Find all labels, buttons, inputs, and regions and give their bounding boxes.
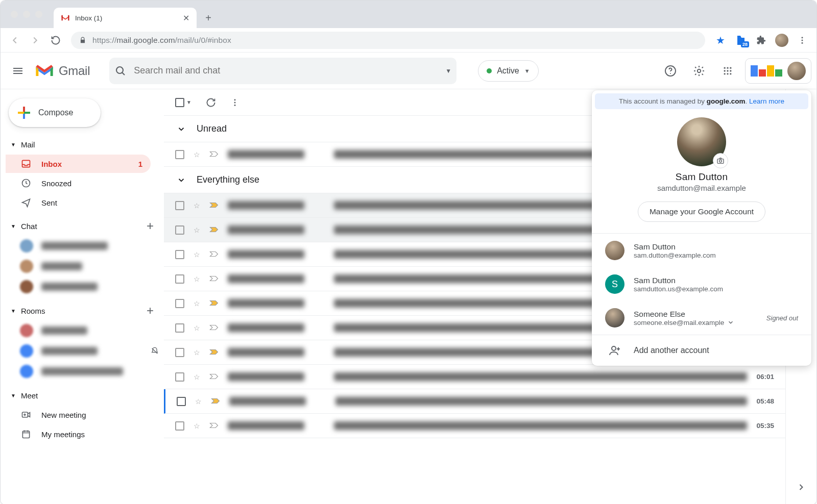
more-button[interactable]	[230, 98, 239, 107]
section-rooms[interactable]: ▼Rooms+	[6, 301, 159, 320]
gmail-logo[interactable]: Gmail	[34, 63, 90, 79]
nav-inbox[interactable]: Inbox 1	[6, 155, 151, 173]
browser-tab[interactable]: Inbox (1) ✕	[54, 8, 197, 28]
row-checkbox[interactable]	[175, 348, 184, 357]
traffic-light-close[interactable]	[11, 11, 18, 18]
add-room-button[interactable]: +	[147, 304, 154, 318]
mail-row[interactable]: ☆05:48	[164, 389, 785, 414]
row-checkbox[interactable]	[175, 150, 184, 159]
apps-grid-button[interactable]	[716, 60, 739, 82]
nav-snoozed[interactable]: Snoozed	[6, 174, 151, 192]
star-button[interactable]: ☆	[194, 275, 200, 283]
importance-marker[interactable]	[209, 324, 219, 332]
bookmark-star-button[interactable]: ★	[711, 31, 730, 49]
row-checkbox[interactable]	[175, 274, 184, 284]
star-button[interactable]: ☆	[194, 150, 200, 159]
star-button[interactable]: ☆	[194, 324, 200, 332]
star-button[interactable]: ☆	[194, 299, 200, 308]
nav-back-button[interactable]	[6, 31, 24, 49]
nav-my-meetings[interactable]: My meetings	[6, 425, 151, 443]
row-checkbox[interactable]	[175, 225, 184, 235]
importance-marker[interactable]	[209, 275, 219, 283]
row-checkbox[interactable]	[175, 299, 184, 308]
search-input[interactable]	[134, 65, 438, 76]
learn-more-link[interactable]: Learn more	[749, 97, 784, 105]
extensions-puzzle-button[interactable]	[752, 31, 771, 49]
nav-sent[interactable]: Sent	[6, 193, 151, 212]
importance-marker[interactable]	[209, 226, 219, 234]
chat-item[interactable]	[6, 277, 159, 296]
side-panel-toggle[interactable]	[793, 479, 809, 495]
chrome-profile-button[interactable]	[773, 31, 791, 49]
svg-point-2	[802, 42, 803, 43]
row-checkbox[interactable]	[177, 397, 186, 406]
account-row[interactable]: Sam Duttonsam.dutton@example.com	[592, 234, 811, 267]
svg-point-22	[234, 104, 235, 106]
tab-close-button[interactable]: ✕	[183, 13, 189, 23]
room-item[interactable]	[6, 341, 159, 361]
extension-badge-count: 28	[741, 41, 749, 47]
row-checkbox[interactable]	[175, 421, 184, 431]
browser-tab-strip: Inbox (1) ✕ +	[1, 1, 816, 28]
mail-row[interactable]: ☆06:01	[164, 365, 785, 389]
importance-marker[interactable]	[209, 349, 219, 356]
change-photo-button[interactable]	[713, 153, 728, 168]
mail-row[interactable]: ☆05:35	[164, 414, 785, 438]
room-item[interactable]	[6, 321, 159, 340]
importance-marker[interactable]	[209, 151, 219, 158]
importance-marker[interactable]	[209, 251, 219, 258]
caret-down-icon: ▼	[11, 393, 16, 398]
account-row[interactable]: SSam Duttonsamdutton.us@example.com	[592, 267, 811, 301]
importance-marker[interactable]	[209, 373, 219, 381]
account-row[interactable]: Someone Elsesomeone.else@mail.example Si…	[592, 301, 811, 335]
add-account-button[interactable]: Add another account	[592, 335, 811, 366]
star-button[interactable]: ☆	[194, 226, 200, 234]
importance-marker[interactable]	[211, 398, 220, 405]
refresh-button[interactable]	[206, 97, 216, 108]
section-mail[interactable]: ▼Mail	[6, 135, 159, 154]
row-checkbox[interactable]	[175, 201, 184, 210]
compose-button[interactable]: Compose	[9, 98, 101, 127]
traffic-light-max[interactable]	[35, 11, 42, 18]
star-button[interactable]: ☆	[194, 373, 200, 381]
status-pill[interactable]: Active ▼	[478, 60, 538, 82]
account-avatar-button[interactable]	[787, 62, 806, 80]
star-button[interactable]: ☆	[195, 397, 202, 406]
extension-button[interactable]: 28	[732, 31, 750, 49]
traffic-light-min[interactable]	[23, 11, 30, 18]
org-brand-box[interactable]	[745, 58, 811, 84]
support-button[interactable]	[659, 60, 682, 82]
svg-point-10	[724, 70, 726, 71]
section-meet[interactable]: ▼Meet	[6, 386, 159, 405]
new-tab-button[interactable]: +	[200, 9, 217, 27]
star-button[interactable]: ☆	[194, 348, 200, 357]
account-email: samdutton.us@example.com	[634, 285, 723, 293]
manage-account-button[interactable]: Manage your Google Account	[638, 201, 765, 222]
star-button[interactable]: ☆	[194, 422, 200, 430]
importance-marker[interactable]	[209, 300, 219, 307]
settings-button[interactable]	[688, 60, 710, 82]
star-button[interactable]: ☆	[194, 201, 200, 210]
org-logo-icon	[751, 65, 782, 77]
main-menu-button[interactable]	[6, 59, 30, 83]
star-button[interactable]: ☆	[194, 250, 200, 259]
nav-reload-button[interactable]	[46, 31, 65, 49]
chrome-menu-button[interactable]	[793, 31, 811, 49]
row-checkbox[interactable]	[175, 323, 184, 333]
row-checkbox[interactable]	[175, 250, 184, 259]
url-field[interactable]: https://mail.google.com/mail/u/0/#inbox	[71, 32, 705, 49]
search-bar[interactable]: ▼	[109, 58, 456, 84]
row-checkbox[interactable]	[175, 372, 184, 382]
search-options-button[interactable]: ▼	[445, 67, 451, 74]
importance-marker[interactable]	[209, 202, 219, 209]
importance-marker[interactable]	[209, 422, 219, 430]
nav-forward-button[interactable]	[26, 31, 44, 49]
chat-item[interactable]	[6, 236, 159, 256]
chat-item[interactable]	[6, 257, 159, 276]
add-chat-button[interactable]: +	[147, 219, 154, 233]
clock-icon	[21, 178, 31, 188]
nav-new-meeting[interactable]: New meeting	[6, 406, 151, 424]
room-item[interactable]	[6, 362, 159, 381]
select-all-checkbox[interactable]: ▼	[175, 98, 191, 107]
section-chat[interactable]: ▼Chat+	[6, 217, 159, 235]
